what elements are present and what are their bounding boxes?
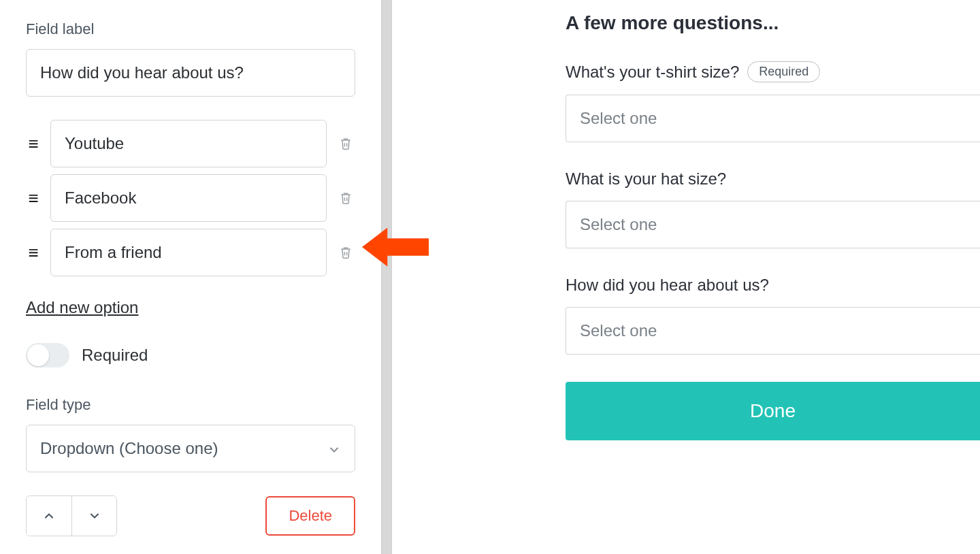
select-placeholder: Select one	[580, 215, 657, 234]
done-button[interactable]: Done	[566, 382, 980, 440]
question-label: How did you hear about us?	[566, 276, 769, 295]
move-up-button[interactable]	[27, 496, 71, 536]
drag-handle-icon[interactable]: ≡	[26, 135, 41, 152]
preview-select[interactable]: Select one	[566, 307, 980, 355]
option-input[interactable]	[50, 229, 327, 276]
required-toggle-row: Required	[26, 343, 355, 368]
delete-field-button[interactable]: Delete	[265, 496, 355, 536]
move-down-button[interactable]	[71, 496, 116, 536]
delete-option-button[interactable]	[336, 134, 355, 153]
required-toggle[interactable]	[26, 343, 69, 368]
toggle-knob	[27, 344, 49, 366]
trash-icon	[339, 245, 353, 260]
field-type-value: Dropdown (Choose one)	[40, 439, 218, 458]
move-field-group	[26, 495, 117, 536]
panel-divider	[381, 0, 392, 554]
trash-icon	[339, 191, 353, 206]
preview-select[interactable]: Select one	[566, 95, 980, 142]
preview-title: A few more questions...	[566, 12, 980, 34]
field-label-input[interactable]	[26, 49, 355, 97]
preview-question: What's your t-shirt size? Required Selec…	[566, 61, 980, 142]
chevron-down-icon	[88, 509, 101, 523]
form-preview-panel: A few more questions... What's your t-sh…	[392, 0, 980, 554]
question-label: What is your hat size?	[566, 169, 726, 189]
option-input[interactable]	[50, 174, 327, 222]
field-editor-panel: Field label ≡ ≡ ≡	[0, 0, 381, 554]
field-label-heading: Field label	[26, 20, 355, 38]
option-row: ≡	[26, 229, 355, 276]
select-placeholder: Select one	[580, 109, 657, 128]
required-pill: Required	[747, 61, 820, 82]
select-placeholder: Select one	[580, 321, 657, 340]
delete-option-button[interactable]	[336, 243, 355, 262]
delete-option-button[interactable]	[336, 189, 355, 208]
drag-handle-icon[interactable]: ≡	[26, 244, 41, 261]
trash-icon	[339, 136, 353, 151]
drag-handle-icon[interactable]: ≡	[26, 189, 41, 207]
preview-question: What is your hat size? Select one	[566, 169, 980, 248]
field-type-heading: Field type	[26, 396, 355, 414]
add-option-link[interactable]: Add new option	[26, 298, 138, 317]
options-list: ≡ ≡ ≡	[26, 120, 355, 276]
field-type-select[interactable]: Dropdown (Choose one)	[26, 425, 355, 472]
required-toggle-label: Required	[82, 346, 148, 365]
option-row: ≡	[26, 120, 355, 167]
option-input[interactable]	[50, 120, 327, 167]
preview-question: How did you hear about us? Select one	[566, 276, 980, 355]
preview-select[interactable]: Select one	[566, 201, 980, 248]
option-row: ≡	[26, 174, 355, 222]
chevron-down-icon	[327, 442, 341, 455]
question-label: What's your t-shirt size?	[566, 63, 739, 82]
chevron-up-icon	[42, 509, 56, 523]
